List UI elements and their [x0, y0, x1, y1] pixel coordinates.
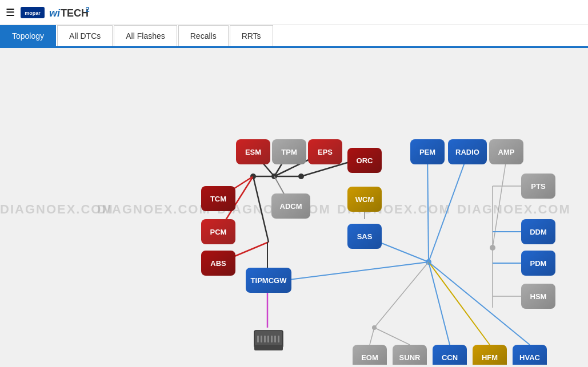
node-AMP[interactable]: AMP	[489, 139, 523, 164]
node-DDM[interactable]: DDM	[521, 219, 555, 244]
svg-rect-48	[278, 336, 279, 342]
tab-all-dtcs[interactable]: All DTCs	[57, 25, 113, 46]
svg-text:wi: wi	[49, 7, 61, 19]
svg-line-39	[429, 262, 530, 345]
obd-connector[interactable]	[251, 328, 286, 356]
svg-line-33	[374, 262, 429, 328]
menu-icon[interactable]: ☰	[6, 6, 15, 19]
node-TCM[interactable]: TCM	[201, 186, 235, 211]
svg-text:TECH: TECH	[61, 7, 89, 19]
node-HFM[interactable]: HFM	[473, 345, 507, 365]
node-CCN[interactable]: CCN	[433, 345, 467, 365]
node-ESM[interactable]: ESM	[236, 139, 270, 164]
svg-line-22	[429, 152, 469, 262]
node-HSM[interactable]: HSM	[521, 284, 555, 309]
topology-canvas: DIAGNOEX.COM DIAGNOEX.COM DIAGNOEX.COM D…	[0, 48, 588, 365]
node-SUNR[interactable]: SUNR	[393, 345, 427, 365]
svg-rect-44	[264, 336, 266, 342]
header: ☰ mopar wi TECH 2	[0, 0, 588, 25]
svg-rect-41	[254, 345, 283, 350]
tab-recalls[interactable]: Recalls	[178, 25, 229, 46]
svg-text:mopar: mopar	[25, 10, 41, 16]
svg-line-32	[285, 262, 429, 280]
node-RADIO[interactable]: RADIO	[448, 139, 487, 164]
node-EPS[interactable]: EPS	[308, 139, 342, 164]
svg-rect-42	[257, 336, 259, 342]
svg-text:2: 2	[86, 6, 90, 14]
svg-rect-43	[261, 336, 262, 342]
svg-point-30	[490, 245, 495, 251]
node-HVAC[interactable]: HVAC	[513, 345, 547, 365]
node-WCM[interactable]: WCM	[347, 187, 382, 212]
tabs-bar: Topology All DTCs All Flashes Recalls RR…	[0, 25, 588, 48]
svg-line-35	[370, 328, 374, 345]
node-PEM[interactable]: PEM	[410, 139, 445, 164]
svg-line-38	[429, 262, 490, 345]
node-ORC[interactable]: ORC	[347, 148, 382, 173]
node-TIPMCGW[interactable]: TIPMCGW	[246, 268, 291, 293]
svg-rect-45	[267, 336, 269, 342]
node-SAS[interactable]: SAS	[347, 224, 382, 249]
svg-line-37	[429, 262, 450, 345]
svg-line-21	[427, 152, 429, 262]
svg-line-15	[253, 176, 269, 242]
node-TPM[interactable]: TPM	[272, 139, 306, 164]
tab-rrts[interactable]: RRTs	[230, 25, 273, 46]
svg-line-36	[374, 328, 410, 345]
node-ABS[interactable]: ABS	[201, 251, 235, 276]
svg-rect-46	[271, 336, 273, 342]
node-PCM[interactable]: PCM	[201, 219, 235, 244]
logo-area: mopar wi TECH 2	[21, 4, 94, 21]
witech-logo: wi TECH 2	[48, 4, 94, 21]
tab-topology[interactable]: Topology	[0, 25, 56, 46]
svg-line-23	[493, 152, 507, 248]
node-PTS[interactable]: PTS	[521, 174, 555, 199]
node-ADCM[interactable]: ADCM	[271, 193, 310, 219]
node-EOM[interactable]: EOM	[353, 345, 387, 365]
tab-all-flashes[interactable]: All Flashes	[114, 25, 177, 46]
svg-rect-47	[274, 336, 276, 342]
node-PDM[interactable]: PDM	[521, 251, 555, 276]
mopar-logo: mopar	[21, 4, 45, 21]
